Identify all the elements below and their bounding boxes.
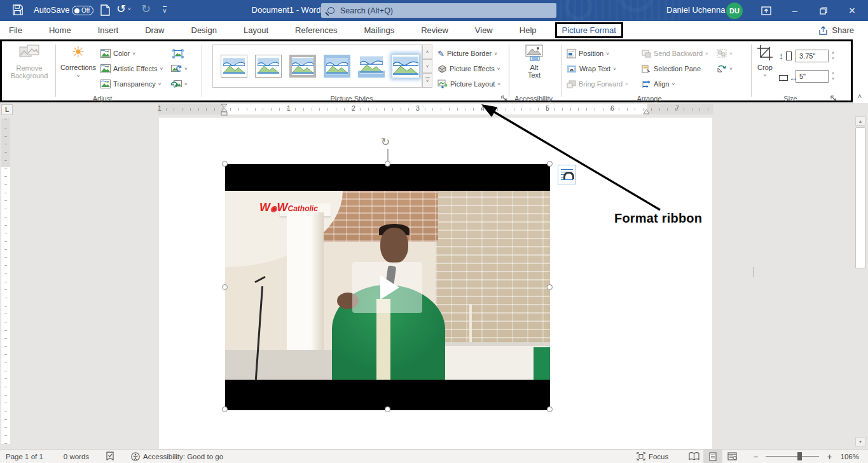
picture-style-simple-frame[interactable] — [221, 55, 247, 78]
picture-style-metal-frame[interactable] — [289, 55, 316, 78]
change-picture-button[interactable]: ˅ — [171, 62, 188, 76]
minimize-button[interactable]: – — [785, 0, 804, 21]
ruler-number: 2 — [350, 105, 357, 112]
tab-picture-format[interactable]: Picture Format — [555, 22, 623, 38]
print-layout-button[interactable] — [703, 450, 722, 463]
tab-design[interactable]: Design — [178, 22, 230, 38]
tab-draw[interactable]: Draw — [132, 22, 177, 38]
vertical-scrollbar[interactable]: ▲ ▼ — [855, 103, 866, 449]
shape-height-field[interactable] — [796, 50, 829, 62]
height-spinner[interactable]: ˄˅ — [829, 50, 837, 62]
selection-handle[interactable] — [385, 406, 390, 412]
picture-border-button[interactable]: ✎ Picture Border˅ — [437, 46, 497, 60]
tab-review[interactable]: Review — [408, 22, 462, 38]
gallery-more-button[interactable]: ˅ — [422, 73, 432, 88]
tab-file[interactable]: File — [0, 22, 36, 38]
scroll-up-button[interactable]: ▲ — [855, 116, 865, 126]
web-layout-button[interactable] — [722, 450, 741, 463]
tab-selector-button[interactable]: L — [1, 104, 13, 115]
ribbon-display-options-icon[interactable] — [757, 0, 776, 21]
transparency-button[interactable]: Transparency˅ — [100, 77, 162, 91]
size-dialog-launcher[interactable] — [830, 93, 837, 100]
chevron-down-icon[interactable]: ˅ — [128, 6, 131, 12]
collapse-ribbon-button[interactable]: ˄ — [854, 91, 865, 101]
autosave-toggle[interactable]: Off — [72, 6, 93, 15]
search-bar[interactable] — [321, 3, 556, 18]
horizontal-ruler[interactable]: 1 1 2 3 4 5 6 7 — [158, 104, 713, 114]
ruler-number: 5 — [544, 105, 551, 112]
selection-handle[interactable] — [547, 161, 553, 167]
artistic-effects-button[interactable]: Artistic Effects˅ — [100, 62, 163, 76]
zoom-slider[interactable] — [766, 456, 819, 457]
video-thumbnail[interactable]: W◉WCatholic — [225, 164, 550, 410]
picture-style-soft-glow[interactable] — [392, 55, 419, 78]
selection-handle[interactable] — [385, 161, 390, 167]
shape-width-field[interactable] — [796, 70, 829, 83]
focus-button[interactable]: Focus — [631, 450, 674, 463]
tab-help[interactable]: Help — [506, 22, 550, 38]
tab-home[interactable]: Home — [36, 22, 85, 38]
picture-style-accent-shadow[interactable] — [324, 55, 350, 78]
corrections-button[interactable]: ☀ Corrections ˅ — [59, 45, 97, 79]
save-icon[interactable] — [11, 4, 24, 16]
left-indent-marker[interactable] — [221, 104, 228, 117]
picture-style-reflection[interactable] — [358, 55, 385, 78]
picture-effects-button[interactable]: Picture Effects˅ — [437, 62, 500, 76]
status-bar: Page 1 of 1 0 words Accessibility: Good … — [0, 449, 868, 463]
selection-pane-button[interactable]: Selection Pane — [642, 62, 701, 76]
wrap-text-icon — [567, 65, 577, 73]
tab-view[interactable]: View — [462, 22, 506, 38]
scroll-down-button[interactable]: ▼ — [855, 437, 865, 446]
selection-handle[interactable] — [547, 406, 553, 412]
avatar[interactable]: DU — [726, 3, 743, 19]
altar — [435, 342, 550, 380]
tab-references[interactable]: References — [282, 22, 350, 38]
color-button[interactable]: Color˅ — [100, 46, 135, 60]
rotate-objects-button[interactable]: ˅ — [717, 62, 733, 76]
word-count[interactable]: 0 words — [58, 450, 95, 463]
search-input[interactable] — [340, 6, 531, 15]
new-document-icon[interactable] — [100, 4, 110, 16]
undo-button[interactable]: ↺˅ — [116, 3, 131, 15]
zoom-slider-thumb[interactable] — [797, 452, 802, 460]
selection-handle[interactable] — [222, 161, 228, 167]
tab-layout[interactable]: Layout — [230, 22, 282, 38]
scrollbar-thumb[interactable] — [855, 127, 865, 268]
selected-picture[interactable]: W◉WCatholic ↻ — [225, 164, 550, 410]
gallery-scroll-up-button[interactable]: ˄ — [422, 45, 432, 59]
selection-handle[interactable] — [222, 406, 228, 412]
picture-style-beveled-frame[interactable] — [255, 55, 282, 78]
restore-button[interactable] — [814, 0, 833, 21]
gallery-scroll-down-button[interactable]: ˅ — [422, 59, 432, 74]
zoom-out-button[interactable]: − — [750, 452, 761, 462]
picture-layout-button[interactable]: Picture Layout˅ — [437, 77, 500, 91]
tab-mailings[interactable]: Mailings — [351, 22, 408, 38]
position-button[interactable]: Position˅ — [567, 46, 609, 60]
tab-insert[interactable]: Insert — [85, 22, 132, 38]
align-button[interactable]: Align˅ — [642, 77, 675, 91]
zoom-in-button[interactable]: + — [824, 452, 834, 462]
crop-button[interactable]: Crop ˅ — [754, 45, 776, 78]
right-indent-marker[interactable] — [643, 108, 650, 114]
vertical-ruler[interactable] — [1, 118, 10, 444]
zoom-level[interactable]: 106% — [835, 450, 868, 463]
compress-pictures-button[interactable] — [172, 46, 184, 60]
user-name[interactable]: Daniel Uchenna — [666, 5, 726, 15]
accessibility-status[interactable]: Accessibility: Good to go — [125, 450, 229, 463]
read-mode-button[interactable] — [684, 450, 703, 463]
page-indicator[interactable]: Page 1 of 1 — [0, 450, 49, 463]
customize-toolbar-icon[interactable]: ˅ — [163, 6, 167, 15]
wrap-text-button[interactable]: Wrap Text˅ — [567, 62, 616, 76]
reset-picture-button[interactable]: ˅ — [171, 77, 188, 91]
proofing-status-icon[interactable] — [100, 450, 120, 463]
width-spinner[interactable]: ˄˅ — [829, 70, 837, 83]
layout-options-button[interactable] — [558, 165, 576, 184]
selection-handle[interactable] — [547, 284, 553, 290]
close-button[interactable]: × — [843, 0, 862, 21]
selection-handle[interactable] — [222, 284, 228, 290]
rotate-handle[interactable]: ↻ — [381, 135, 390, 149]
alt-text-button[interactable]: Alt Text — [514, 45, 554, 79]
play-button[interactable] — [352, 262, 422, 313]
transparency-icon — [100, 79, 111, 88]
share-button[interactable]: Share — [813, 23, 859, 38]
